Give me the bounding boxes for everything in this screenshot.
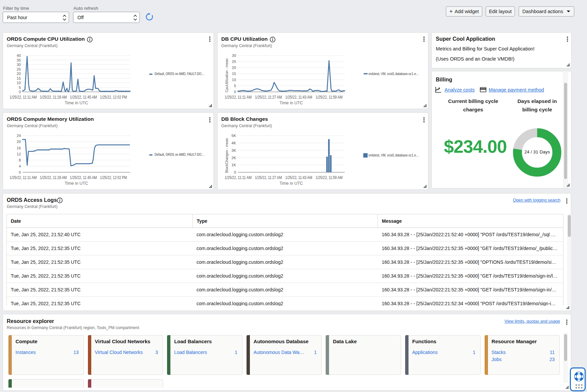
svg-text:4: 4 xyxy=(19,164,21,168)
svg-text:15: 15 xyxy=(232,72,236,76)
svg-text:CpuUtilization - mean: CpuUtilization - mean xyxy=(225,59,229,93)
svg-text:12: 12 xyxy=(17,152,21,156)
svg-text:Default, ORDS on AMD, FAULT-DO: Default, ORDS on AMD, FAULT-DO… xyxy=(155,72,204,76)
svg-text:1/25/22, 11:11 AM: 1/25/22, 11:11 AM xyxy=(10,175,37,180)
svg-text:1/25/22, 11:11 AM: 1/25/22, 11:11 AM xyxy=(10,95,37,100)
svg-text:BlockChanges - mean: BlockChanges - mean xyxy=(225,138,229,173)
svg-text:5: 5 xyxy=(19,85,21,90)
svg-text:5K: 5K xyxy=(231,134,236,138)
svg-text:20: 20 xyxy=(17,72,21,76)
svg-text:0: 0 xyxy=(19,170,21,174)
svg-text:10: 10 xyxy=(232,78,236,82)
svg-text:20: 20 xyxy=(17,140,21,144)
svg-text:Time in UTC: Time in UTC xyxy=(65,101,88,105)
svg-text:1/25/22, 11:11 AM: 1/25/22, 11:11 AM xyxy=(225,175,252,180)
svg-text:Time in UTC: Time in UTC xyxy=(65,181,88,186)
svg-text:25: 25 xyxy=(17,67,21,71)
svg-text:1/25/22, 11:28 AM: 1/25/22, 11:28 AM xyxy=(40,95,67,100)
svg-text:1/25/22, 11:45 AM: 1/25/22, 11:45 AM xyxy=(70,175,97,180)
svg-text:1/25/22, 11:43 AM: 1/25/22, 11:43 AM xyxy=(285,95,312,100)
svg-text:0: 0 xyxy=(19,90,21,94)
svg-text:ordstest, VM, ocid1.database.o: ordstest, VM, ocid1.database.oc1.e… xyxy=(368,153,419,157)
svg-text:24: 24 xyxy=(17,134,21,138)
svg-text:25: 25 xyxy=(232,60,236,64)
svg-text:1/25/22, 11:59 AM: 1/25/22, 11:59 AM xyxy=(316,95,343,100)
svg-text:1/25/22, 11:27 AM: 1/25/22, 11:27 AM xyxy=(255,175,282,180)
svg-text:0: 0 xyxy=(234,90,236,94)
svg-text:1/25/22, 11:11 AM: 1/25/22, 11:11 AM xyxy=(225,95,252,100)
svg-text:3K: 3K xyxy=(231,148,236,152)
svg-text:ordstest, VM, ocid1.database.o: ordstest, VM, ocid1.database.oc1.e… xyxy=(368,72,419,76)
svg-text:0: 0 xyxy=(234,170,236,174)
svg-text:16: 16 xyxy=(17,146,21,150)
svg-text:20: 20 xyxy=(232,66,236,70)
svg-text:10: 10 xyxy=(17,81,21,85)
svg-text:1/25/22, 11:28 AM: 1/25/22, 11:28 AM xyxy=(40,175,67,180)
svg-text:30: 30 xyxy=(17,63,21,67)
svg-text:1/25/22, 11:59 AM: 1/25/22, 11:59 AM xyxy=(316,175,343,180)
svg-text:8: 8 xyxy=(19,158,21,162)
svg-text:30: 30 xyxy=(232,54,236,58)
svg-text:1/25/22, 11:45 AM: 1/25/22, 11:45 AM xyxy=(70,95,97,100)
svg-text:1/25/22, 12:02 PM: 1/25/22, 12:02 PM xyxy=(100,95,127,100)
svg-text:1/25/22, 11:43 AM: 1/25/22, 11:43 AM xyxy=(285,175,312,180)
svg-text:1/25/22, 12:02 PM: 1/25/22, 12:02 PM xyxy=(100,175,127,180)
svg-text:Time in UTC: Time in UTC xyxy=(280,181,303,186)
svg-text:40: 40 xyxy=(17,54,21,58)
svg-text:1/25/22, 11:27 AM: 1/25/22, 11:27 AM xyxy=(255,95,282,100)
svg-text:4K: 4K xyxy=(231,141,236,145)
svg-text:Default, ORDS on AMD, FAULT-DO: Default, ORDS on AMD, FAULT-DO… xyxy=(155,152,204,156)
svg-text:15: 15 xyxy=(17,76,21,80)
svg-text:2K: 2K xyxy=(231,156,236,160)
svg-text:1K: 1K xyxy=(231,163,236,167)
svg-text:35: 35 xyxy=(17,58,21,62)
svg-text:5: 5 xyxy=(234,84,236,88)
svg-text:Time in UTC: Time in UTC xyxy=(280,101,303,105)
